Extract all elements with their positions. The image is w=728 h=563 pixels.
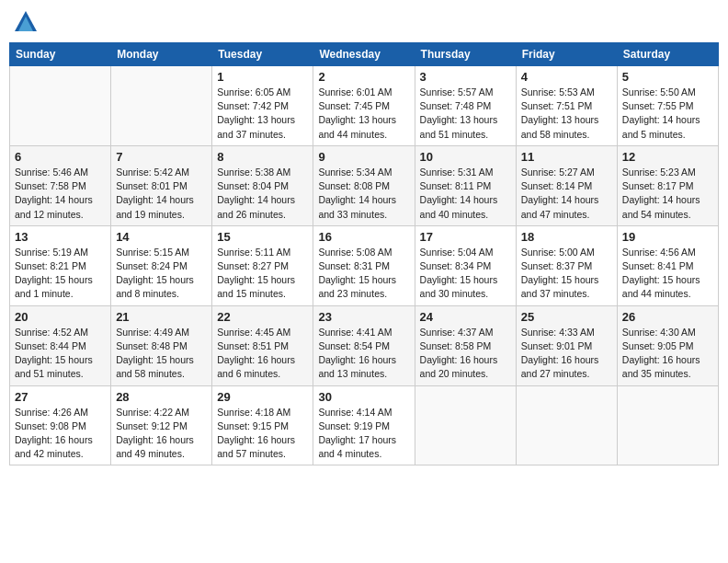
day-number: 13: [15, 230, 106, 244]
calendar-cell: 23Sunrise: 4:41 AM Sunset: 8:54 PM Dayli…: [313, 305, 415, 385]
day-info: Sunrise: 4:56 AM Sunset: 8:41 PM Dayligh…: [622, 246, 713, 302]
calendar-cell: 25Sunrise: 4:33 AM Sunset: 9:01 PM Dayli…: [516, 305, 617, 385]
calendar-cell: 11Sunrise: 5:27 AM Sunset: 8:14 PM Dayli…: [516, 145, 617, 225]
calendar-cell: 12Sunrise: 5:23 AM Sunset: 8:17 PM Dayli…: [617, 145, 718, 225]
calendar-cell: 10Sunrise: 5:31 AM Sunset: 8:11 PM Dayli…: [415, 145, 516, 225]
calendar-cell: 15Sunrise: 5:11 AM Sunset: 8:27 PM Dayli…: [212, 225, 313, 305]
header-tuesday: Tuesday: [212, 43, 313, 66]
day-number: 1: [217, 70, 308, 84]
day-info: Sunrise: 5:50 AM Sunset: 7:55 PM Dayligh…: [622, 86, 713, 142]
calendar-cell: 22Sunrise: 4:45 AM Sunset: 8:51 PM Dayli…: [212, 305, 313, 385]
calendar-cell: [415, 385, 516, 465]
calendar-cell: 21Sunrise: 4:49 AM Sunset: 8:48 PM Dayli…: [111, 305, 212, 385]
day-info: Sunrise: 4:41 AM Sunset: 8:54 PM Dayligh…: [318, 326, 409, 382]
day-number: 26: [622, 310, 713, 324]
day-number: 24: [420, 310, 511, 324]
day-number: 29: [217, 390, 308, 404]
day-info: Sunrise: 4:52 AM Sunset: 8:44 PM Dayligh…: [15, 326, 106, 382]
day-number: 8: [217, 150, 308, 164]
day-number: 9: [318, 150, 409, 164]
day-info: Sunrise: 5:27 AM Sunset: 8:14 PM Dayligh…: [521, 166, 612, 222]
day-number: 21: [116, 310, 207, 324]
day-info: Sunrise: 4:18 AM Sunset: 9:15 PM Dayligh…: [217, 406, 308, 462]
day-number: 12: [622, 150, 713, 164]
day-number: 17: [420, 230, 511, 244]
calendar-cell: 20Sunrise: 4:52 AM Sunset: 8:44 PM Dayli…: [10, 305, 111, 385]
header-thursday: Thursday: [415, 43, 516, 66]
day-info: Sunrise: 5:42 AM Sunset: 8:01 PM Dayligh…: [116, 166, 207, 222]
day-info: Sunrise: 4:37 AM Sunset: 8:58 PM Dayligh…: [420, 326, 511, 382]
day-number: 7: [116, 150, 207, 164]
calendar-week-row: 13Sunrise: 5:19 AM Sunset: 8:21 PM Dayli…: [10, 225, 719, 305]
calendar-cell: 19Sunrise: 4:56 AM Sunset: 8:41 PM Dayli…: [617, 225, 718, 305]
day-number: 10: [420, 150, 511, 164]
day-number: 6: [15, 150, 106, 164]
calendar-cell: [516, 385, 617, 465]
calendar-cell: 5Sunrise: 5:50 AM Sunset: 7:55 PM Daylig…: [617, 66, 718, 146]
day-info: Sunrise: 4:49 AM Sunset: 8:48 PM Dayligh…: [116, 326, 207, 382]
calendar-cell: 7Sunrise: 5:42 AM Sunset: 8:01 PM Daylig…: [111, 145, 212, 225]
header-sunday: Sunday: [10, 43, 111, 66]
day-number: 28: [116, 390, 207, 404]
day-info: Sunrise: 5:15 AM Sunset: 8:24 PM Dayligh…: [116, 246, 207, 302]
day-info: Sunrise: 4:33 AM Sunset: 9:01 PM Dayligh…: [521, 326, 612, 382]
day-info: Sunrise: 5:34 AM Sunset: 8:08 PM Dayligh…: [318, 166, 409, 222]
day-info: Sunrise: 5:31 AM Sunset: 8:11 PM Dayligh…: [420, 166, 511, 222]
calendar-cell: 24Sunrise: 4:37 AM Sunset: 8:58 PM Dayli…: [415, 305, 516, 385]
day-info: Sunrise: 5:38 AM Sunset: 8:04 PM Dayligh…: [217, 166, 308, 222]
calendar-cell: 9Sunrise: 5:34 AM Sunset: 8:08 PM Daylig…: [313, 145, 415, 225]
calendar-cell: 1Sunrise: 6:05 AM Sunset: 7:42 PM Daylig…: [212, 66, 313, 146]
day-info: Sunrise: 5:00 AM Sunset: 8:37 PM Dayligh…: [521, 246, 612, 302]
day-number: 5: [622, 70, 713, 84]
calendar-week-row: 20Sunrise: 4:52 AM Sunset: 8:44 PM Dayli…: [10, 305, 719, 385]
day-info: Sunrise: 5:46 AM Sunset: 7:58 PM Dayligh…: [15, 166, 106, 222]
day-number: 14: [116, 230, 207, 244]
day-number: 27: [15, 390, 106, 404]
calendar-cell: [111, 66, 212, 146]
calendar-table: SundayMondayTuesdayWednesdayThursdayFrid…: [9, 42, 719, 465]
day-number: 11: [521, 150, 612, 164]
calendar-cell: 14Sunrise: 5:15 AM Sunset: 8:24 PM Dayli…: [111, 225, 212, 305]
calendar-week-row: 27Sunrise: 4:26 AM Sunset: 9:08 PM Dayli…: [10, 385, 719, 465]
calendar-cell: 13Sunrise: 5:19 AM Sunset: 8:21 PM Dayli…: [10, 225, 111, 305]
calendar-header-row: SundayMondayTuesdayWednesdayThursdayFrid…: [10, 43, 719, 66]
day-number: 20: [15, 310, 106, 324]
day-info: Sunrise: 5:11 AM Sunset: 8:27 PM Dayligh…: [217, 246, 308, 302]
day-info: Sunrise: 5:53 AM Sunset: 7:51 PM Dayligh…: [521, 86, 612, 142]
calendar-cell: 30Sunrise: 4:14 AM Sunset: 9:19 PM Dayli…: [313, 385, 415, 465]
page-header: [9, 9, 719, 35]
calendar-week-row: 1Sunrise: 6:05 AM Sunset: 7:42 PM Daylig…: [10, 66, 719, 146]
day-number: 16: [318, 230, 409, 244]
calendar-cell: 6Sunrise: 5:46 AM Sunset: 7:58 PM Daylig…: [10, 145, 111, 225]
day-info: Sunrise: 5:23 AM Sunset: 8:17 PM Dayligh…: [622, 166, 713, 222]
calendar-cell: 2Sunrise: 6:01 AM Sunset: 7:45 PM Daylig…: [313, 66, 415, 146]
calendar-cell: [617, 385, 718, 465]
header-saturday: Saturday: [617, 43, 718, 66]
day-info: Sunrise: 4:45 AM Sunset: 8:51 PM Dayligh…: [217, 326, 308, 382]
header-monday: Monday: [111, 43, 212, 66]
calendar-cell: 4Sunrise: 5:53 AM Sunset: 7:51 PM Daylig…: [516, 66, 617, 146]
day-info: Sunrise: 6:01 AM Sunset: 7:45 PM Dayligh…: [318, 86, 409, 142]
calendar-cell: [10, 66, 111, 146]
day-info: Sunrise: 5:04 AM Sunset: 8:34 PM Dayligh…: [420, 246, 511, 302]
calendar-cell: 8Sunrise: 5:38 AM Sunset: 8:04 PM Daylig…: [212, 145, 313, 225]
day-number: 22: [217, 310, 308, 324]
header-friday: Friday: [516, 43, 617, 66]
calendar-cell: 16Sunrise: 5:08 AM Sunset: 8:31 PM Dayli…: [313, 225, 415, 305]
calendar-week-row: 6Sunrise: 5:46 AM Sunset: 7:58 PM Daylig…: [10, 145, 719, 225]
calendar-cell: 28Sunrise: 4:22 AM Sunset: 9:12 PM Dayli…: [111, 385, 212, 465]
day-number: 2: [318, 70, 409, 84]
day-number: 4: [521, 70, 612, 84]
calendar-cell: 3Sunrise: 5:57 AM Sunset: 7:48 PM Daylig…: [415, 66, 516, 146]
day-number: 18: [521, 230, 612, 244]
day-info: Sunrise: 4:30 AM Sunset: 9:05 PM Dayligh…: [622, 326, 713, 382]
day-info: Sunrise: 5:19 AM Sunset: 8:21 PM Dayligh…: [15, 246, 106, 302]
day-info: Sunrise: 4:22 AM Sunset: 9:12 PM Dayligh…: [116, 406, 207, 462]
day-number: 23: [318, 310, 409, 324]
logo-icon: [13, 9, 39, 35]
day-info: Sunrise: 6:05 AM Sunset: 7:42 PM Dayligh…: [217, 86, 308, 142]
day-info: Sunrise: 4:14 AM Sunset: 9:19 PM Dayligh…: [318, 406, 409, 462]
day-number: 15: [217, 230, 308, 244]
day-number: 25: [521, 310, 612, 324]
calendar-cell: 26Sunrise: 4:30 AM Sunset: 9:05 PM Dayli…: [617, 305, 718, 385]
